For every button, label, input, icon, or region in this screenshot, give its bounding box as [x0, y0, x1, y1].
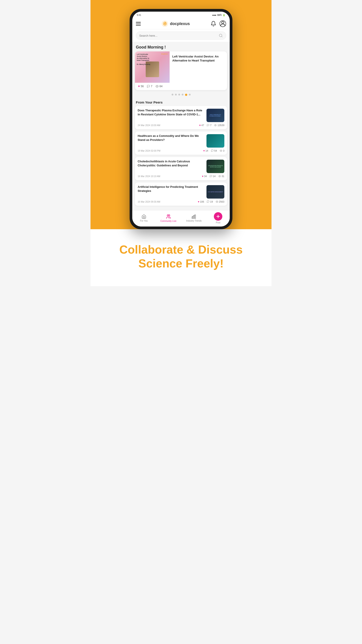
post-comments: 7: [207, 124, 211, 126]
comment-icon: [147, 85, 150, 88]
heart-icon: ♥: [138, 84, 140, 88]
search-input[interactable]: [139, 34, 219, 37]
post-meta: 16 Mar 2024 09:30 AM ♥ 106 19: [138, 200, 224, 203]
greeting: Good Morning !: [132, 42, 230, 52]
list-item[interactable]: Choledocholithiasis in Acute Calculous C…: [135, 157, 227, 180]
post-meta: 16 Mar 2024 10:10 AM ♥ 34 14: [138, 175, 224, 178]
dot-6[interactable]: [189, 94, 191, 96]
post-title: Does Therapeutic Plasma Exchange Have a …: [138, 109, 204, 116]
post-date: 16 Mar 2024 09:30 AM: [138, 200, 195, 203]
featured-card[interactable]: docplexus Left VentricularAssist Device:…: [135, 52, 227, 90]
nav-post[interactable]: Post: [211, 212, 225, 224]
home-icon: [141, 214, 146, 219]
featured-card-title: Left Ventricular Assist Device: An Alter…: [172, 54, 224, 62]
list-item[interactable]: Artificial Intelligence for Predicting T…: [135, 182, 227, 206]
post-meta: 19 Mar 2024 02:00 PM ♥ 14 54: [138, 149, 224, 152]
featured-comments: 7: [147, 85, 152, 88]
featured-views: 64: [156, 85, 162, 88]
svg-rect-15: [195, 215, 196, 219]
post-comments: 54: [211, 149, 217, 152]
nav-for-you-label: For You: [140, 220, 148, 222]
post-comments: 14: [210, 175, 216, 178]
heart-icon: ♥: [199, 124, 201, 126]
svg-point-10: [217, 202, 217, 202]
post-title: Choledocholithiasis in Acute Calculous C…: [138, 160, 204, 168]
eye-icon: [218, 175, 221, 178]
menu-icon[interactable]: [136, 22, 141, 26]
list-item[interactable]: Does Therapeutic Plasma Exchange Have a …: [135, 106, 227, 129]
profile-icon[interactable]: [219, 20, 226, 27]
search-icon[interactable]: [219, 34, 223, 38]
post-views: 2563: [216, 200, 224, 203]
svg-rect-13: [192, 217, 193, 218]
promo-line2: Science Freely!: [97, 256, 265, 270]
svg-point-9: [219, 176, 220, 177]
trends-icon: [192, 214, 196, 219]
promo-line1: Collaborate & Discuss: [97, 242, 265, 256]
svg-point-12: [168, 215, 170, 216]
heart-icon: ♥: [202, 175, 204, 178]
post-date: 24 Mar 2024 10:00 AM: [138, 124, 197, 126]
svg-point-2: [222, 22, 224, 24]
comment-icon: [210, 175, 212, 178]
nav-industry-trends[interactable]: Industry Trends: [186, 214, 202, 222]
docplexus-logo-icon: [161, 20, 168, 27]
post-title: Healthcare as a Commodity and Where Do W…: [138, 134, 204, 142]
post-likes: ♥ 106: [198, 200, 204, 203]
eye-icon: [220, 149, 222, 152]
heart-icon: ♥: [198, 200, 199, 203]
app-logo: docplexus: [161, 20, 190, 27]
promo-section: Collaborate & Discuss Science Freely!: [90, 229, 272, 286]
search-bar: [132, 29, 230, 42]
post-views: 3: [220, 149, 224, 152]
svg-point-6: [157, 86, 158, 87]
post-likes: ♥ 34: [202, 175, 207, 178]
phone-shell: 9:41 ●●● WiFi 🔋: [130, 9, 232, 229]
heart-icon: ♥: [203, 149, 205, 152]
status-bar: 9:41 ●●● WiFi 🔋: [132, 12, 230, 18]
svg-line-5: [221, 36, 222, 37]
dot-4[interactable]: [182, 94, 183, 96]
post-likes: ♥ 47: [199, 124, 204, 126]
eye-icon: [156, 85, 159, 88]
post-thumbnail: CHOLEDOCHOLITHIASIS IN ACUTE CALCULOUS: [206, 160, 224, 173]
dot-2[interactable]: [175, 94, 177, 96]
bottom-nav: For You Community Live: [132, 210, 230, 226]
post-date: 16 Mar 2024 10:10 AM: [138, 175, 199, 178]
nav-community-label: Community Live: [160, 220, 177, 222]
list-item[interactable]: Healthcare as a Commodity and Where Do W…: [135, 132, 227, 155]
post-views: 13539: [214, 124, 224, 126]
eye-icon: [214, 124, 217, 126]
peers-section-title: From Your Peers: [132, 98, 230, 106]
svg-point-1: [164, 23, 166, 24]
post-button[interactable]: [214, 212, 222, 221]
comment-icon: [207, 124, 209, 126]
comment-icon: [207, 200, 209, 203]
community-icon: [166, 214, 171, 219]
nav-for-you[interactable]: For You: [137, 214, 151, 222]
dot-1[interactable]: [172, 94, 173, 96]
post-views: 31: [218, 175, 224, 178]
carousel-dots: [132, 94, 230, 98]
nav-community-live[interactable]: Community Live: [160, 214, 177, 222]
dot-5[interactable]: [185, 94, 187, 96]
content-area: Good Morning ! docplexus Left Ventricula…: [132, 42, 230, 210]
nav-post-label: Post: [216, 222, 220, 224]
post-thumbnail: DOES THERAPEUTIC PLASMA EXCHANGE...: [206, 109, 224, 122]
dot-3[interactable]: [178, 94, 180, 96]
post-comments: 19: [207, 200, 213, 203]
app-header: docplexus: [132, 18, 230, 29]
post-title: Artificial Intelligence for Predicting T…: [138, 185, 204, 193]
post-date: 19 Mar 2024 02:00 PM: [138, 150, 201, 152]
post-meta: 24 Mar 2024 10:00 AM ♥ 47 7: [138, 124, 224, 126]
featured-card-image: docplexus Left VentricularAssist Device:…: [135, 52, 170, 83]
nav-trends-label: Industry Trends: [186, 220, 202, 222]
svg-point-8: [221, 150, 221, 151]
eye-icon: [216, 200, 218, 203]
featured-card-stats: ♥ 56 7 64: [135, 83, 227, 90]
plus-icon: [216, 214, 220, 219]
notification-icon[interactable]: [211, 21, 216, 26]
post-thumbnail: [206, 134, 224, 148]
post-likes: ♥ 14: [203, 149, 208, 152]
app-name: docplexus: [170, 22, 190, 26]
